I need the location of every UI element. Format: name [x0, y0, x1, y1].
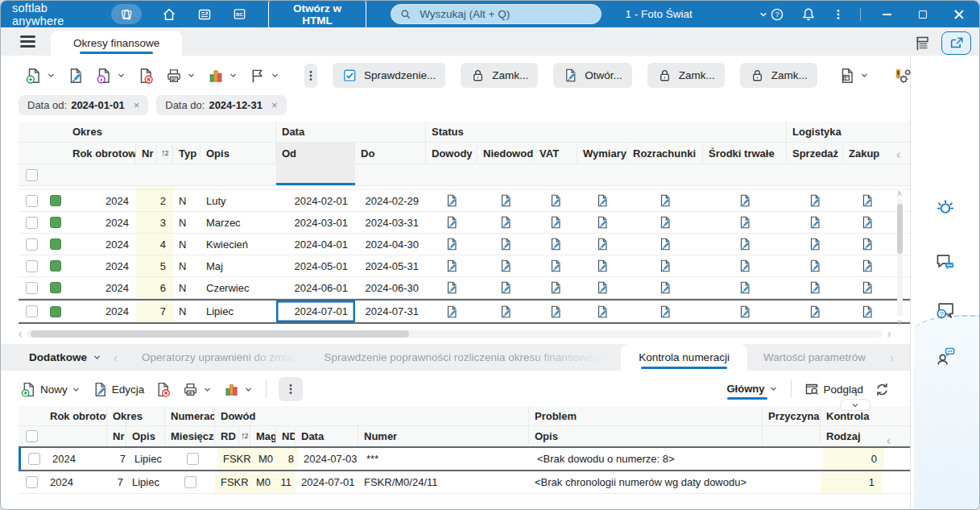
wymiary-edit-icon[interactable] — [577, 212, 627, 233]
bell-icon[interactable] — [800, 6, 817, 23]
zakup-edit-icon[interactable] — [843, 255, 891, 276]
group-dowod[interactable]: Dowód — [215, 406, 529, 425]
cell-przyczyna[interactable] — [763, 471, 821, 493]
cell-do[interactable]: 2024-02-29 — [355, 190, 426, 211]
edit-button[interactable]: Edycja — [92, 381, 145, 398]
new-record-button[interactable] — [25, 67, 56, 85]
srodki-trwale-edit-icon[interactable] — [703, 301, 787, 322]
group-data[interactable]: Data — [276, 122, 426, 142]
zakup-edit-icon[interactable] — [843, 277, 891, 298]
delete-record-button[interactable] — [137, 67, 155, 85]
chevron-down-icon[interactable] — [243, 384, 254, 395]
miesieczna-checkbox[interactable] — [184, 476, 196, 488]
dowody-edit-icon[interactable] — [426, 255, 478, 276]
tab-sprawdzenie-poprawnosci[interactable]: Sprawdzenie poprawności rozliczenia okre… — [324, 351, 605, 363]
home-icon[interactable] — [161, 6, 177, 23]
cell-rok[interactable]: 2024 — [67, 277, 136, 298]
cell-od[interactable]: 2024-04-01 — [276, 234, 355, 255]
wymiary-edit-icon[interactable] — [577, 255, 627, 276]
col-vat[interactable]: VAT — [534, 143, 577, 164]
remove-filter-icon[interactable]: × — [134, 99, 140, 111]
cell-od[interactable]: 2024-05-01 — [276, 255, 355, 276]
cell-numer[interactable]: FSKR/M0/24/11 — [358, 471, 529, 493]
select-all-checkbox[interactable] — [26, 430, 38, 442]
vertical-scrollbar[interactable]: ∧ ∨ — [895, 189, 904, 326]
vat-edit-icon[interactable] — [534, 255, 577, 276]
cell-nd[interactable]: 8 — [279, 448, 298, 470]
scroll-left-icon[interactable]: ‹ — [19, 330, 23, 338]
cell-rodzaj[interactable]: 1 — [821, 471, 882, 493]
search-box[interactable] — [391, 4, 601, 24]
col-nr[interactable]: Nr — [107, 426, 126, 446]
cell-opis[interactable]: Czerwiec — [201, 277, 276, 298]
tab-okresy-finansowe[interactable]: Okresy finansowe — [51, 31, 182, 56]
cell-od[interactable]: 2024-07-01 — [276, 301, 355, 322]
scroll-up-icon[interactable]: ∧ — [896, 189, 902, 197]
dowody-edit-icon[interactable] — [426, 234, 478, 255]
niedowody-edit-icon[interactable] — [478, 212, 534, 233]
vat-edit-icon[interactable] — [534, 234, 577, 255]
chevron-down-icon[interactable] — [228, 70, 238, 81]
cell-typ[interactable]: N — [173, 255, 201, 276]
cell-problem-opis[interactable]: <Brak dowodu o numerze: 8> — [531, 448, 765, 470]
rozrachunki-edit-icon[interactable] — [627, 277, 703, 298]
col-problem-opis[interactable]: Opis — [529, 426, 763, 446]
cell-typ[interactable]: N — [173, 277, 201, 298]
cell-nr[interactable]: 5 — [136, 255, 173, 276]
sprzedaz-edit-icon[interactable] — [787, 255, 843, 276]
view-selector[interactable]: Główny — [727, 383, 779, 396]
group-rok-obrotowy[interactable]: Rok obrotowy — [44, 406, 107, 425]
col-miesieczna[interactable]: Miesięczna — [165, 426, 215, 446]
chevron-down-icon[interactable] — [202, 384, 213, 395]
row-checkbox[interactable] — [28, 453, 40, 465]
table-row[interactable]: 2024 6 N Czerwiec 2024-06-01 2024-06-30 — [19, 277, 910, 299]
col-rd[interactable]: RD — [215, 426, 239, 446]
col-dowody[interactable]: Dowody — [426, 143, 478, 164]
cell-rok[interactable]: 2024 — [67, 190, 136, 211]
tab-wartosci-parametrow[interactable]: Wartości parametrów — [763, 351, 866, 363]
hamburger-menu-icon[interactable] — [20, 35, 35, 50]
dowody-edit-icon[interactable] — [426, 190, 478, 211]
col-opis[interactable]: Opis — [201, 143, 276, 164]
row-checkbox[interactable] — [26, 195, 38, 207]
cell-rd[interactable]: FSKR — [215, 471, 250, 493]
cell-typ[interactable]: N — [173, 301, 201, 322]
niedowody-edit-icon[interactable] — [478, 190, 534, 211]
cell-typ[interactable]: N — [173, 212, 201, 233]
sprzedaz-edit-icon[interactable] — [787, 277, 843, 298]
wymiary-edit-icon[interactable] — [577, 277, 627, 298]
col-rozrachunki[interactable]: Rozrachunki — [627, 143, 703, 164]
cell-rok[interactable]: 2024 — [67, 234, 136, 255]
scroll-down-icon[interactable]: ∨ — [896, 318, 902, 326]
srodki-trwale-edit-icon[interactable] — [703, 255, 787, 276]
chevron-down-icon[interactable] — [270, 70, 280, 81]
niedowody-edit-icon[interactable] — [478, 255, 534, 276]
cell-nr[interactable]: 7 — [110, 448, 129, 470]
zamkniecie-button-3[interactable]: Zamk... — [740, 63, 817, 88]
cell-rodzaj[interactable]: 0 — [823, 448, 884, 470]
cell-nr[interactable]: 2 — [136, 190, 173, 211]
chevron-down-icon[interactable] — [71, 384, 81, 395]
remove-filter-icon[interactable]: × — [271, 99, 278, 111]
sprzedaz-edit-icon[interactable] — [787, 190, 843, 211]
zakup-edit-icon[interactable] — [843, 301, 891, 322]
scrollbar-thumb[interactable] — [897, 204, 903, 254]
cell-opis[interactable]: Kwiecień — [201, 234, 276, 255]
col-od[interactable]: Od — [276, 143, 355, 164]
col-data[interactable]: Data — [296, 426, 358, 446]
cell-mag[interactable]: M0 — [250, 471, 276, 493]
cell-mag[interactable]: M0 — [253, 448, 279, 470]
dowody-edit-icon[interactable] — [426, 301, 478, 322]
cell-do[interactable]: 2024-06-30 — [355, 277, 426, 298]
search-input[interactable] — [418, 7, 592, 21]
niedowody-edit-icon[interactable] — [478, 234, 534, 255]
rozrachunki-edit-icon[interactable] — [627, 301, 703, 322]
cell-nr[interactable]: 6 — [136, 277, 173, 298]
wymiary-edit-icon[interactable] — [577, 190, 627, 211]
cell-okres-opis[interactable]: Lipiec — [126, 471, 165, 493]
vat-edit-icon[interactable] — [534, 190, 577, 211]
cell-rok[interactable]: 2024 — [67, 301, 136, 322]
cell-data[interactable]: 2024-07-03 — [298, 448, 361, 470]
group-okres[interactable]: Okres — [67, 122, 276, 142]
print-button[interactable] — [165, 67, 196, 85]
